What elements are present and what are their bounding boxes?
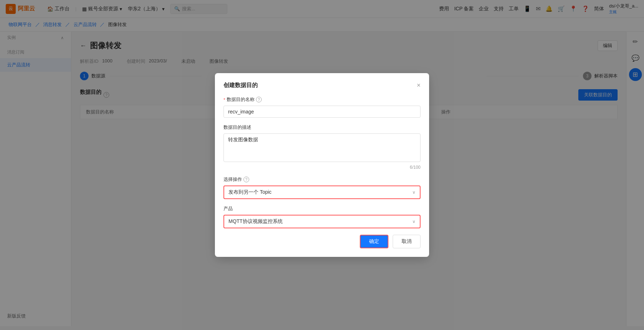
modal-overlay: 创建数据目的 × * 数据目的名称 ? 数据目的描述 转发图像数据 6/100 … <box>0 0 644 326</box>
form-operation-field: 选择操作 ? 发布到另一个 Topic ∨ <box>223 176 421 199</box>
operation-select[interactable]: 发布到另一个 Topic ∨ <box>223 186 421 199</box>
product-label: 产品 <box>223 205 421 212</box>
modal-header: 创建数据目的 × <box>223 82 421 89</box>
desc-textarea[interactable]: 转发图像数据 <box>223 133 421 162</box>
cancel-button[interactable]: 取消 <box>393 235 421 248</box>
product-select-arrow: ∨ <box>412 219 416 224</box>
form-desc-field: 数据目的描述 转发图像数据 6/100 <box>223 124 421 170</box>
confirm-button[interactable]: 确定 <box>360 235 388 248</box>
name-help-icon[interactable]: ? <box>256 97 262 102</box>
modal-footer: 确定 取消 <box>223 235 421 248</box>
modal-close-button[interactable]: × <box>417 82 421 89</box>
operation-select-arrow: ∨ <box>412 190 416 195</box>
operation-help-icon[interactable]: ? <box>243 177 249 182</box>
name-input[interactable] <box>223 106 421 118</box>
product-select[interactable]: MQTT协议视频监控系统 ∨ <box>223 215 421 228</box>
desc-counter: 6/100 <box>223 165 421 170</box>
create-data-dest-modal: 创建数据目的 × * 数据目的名称 ? 数据目的描述 转发图像数据 6/100 … <box>215 73 429 257</box>
modal-title: 创建数据目的 <box>223 82 258 89</box>
form-name-field: * 数据目的名称 ? <box>223 96 421 118</box>
desc-label: 数据目的描述 <box>223 124 421 131</box>
form-product-field: 产品 MQTT协议视频监控系统 ∨ <box>223 205 421 228</box>
name-label: * 数据目的名称 ? <box>223 96 421 103</box>
operation-label: 选择操作 ? <box>223 176 421 183</box>
